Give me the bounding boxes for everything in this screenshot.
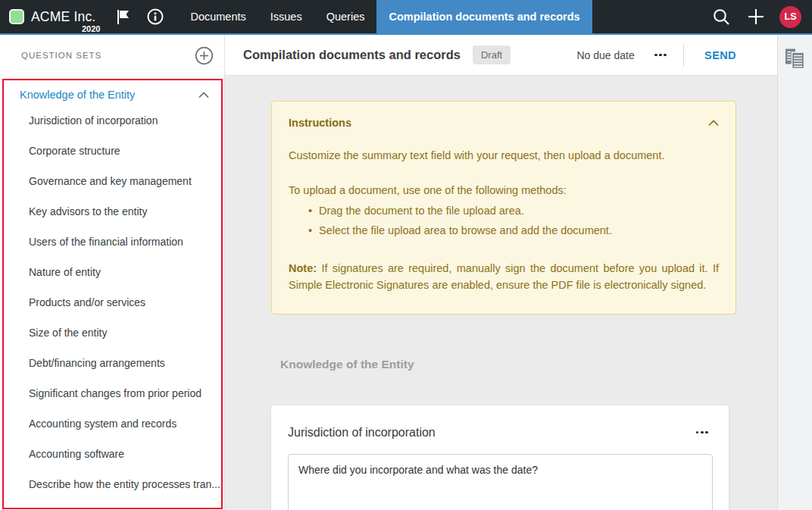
instruction-bullet: Select the file upload area to browse an… bbox=[289, 223, 719, 239]
sidebar-question-item[interactable]: Key advisors to the entity bbox=[4, 196, 221, 227]
note-label: Note: bbox=[289, 262, 317, 274]
sidebar-question-item[interactable]: Jurisdiction of incorporation bbox=[4, 105, 221, 136]
header-divider bbox=[683, 44, 684, 67]
engagement-year: 2020 bbox=[82, 24, 100, 33]
instructions-paragraph: Customize the summary text field with yo… bbox=[289, 148, 719, 164]
instructions-bullet-list: Drag the document to the file upload are… bbox=[289, 203, 719, 240]
entity-name: ACME Inc. bbox=[31, 9, 95, 25]
instructions-title: Instructions bbox=[289, 117, 351, 129]
sidebar-question-item[interactable]: Debt/financing arrangements bbox=[4, 348, 221, 378]
nav-item[interactable]: Queries bbox=[314, 0, 377, 33]
card-overflow-menu-icon[interactable] bbox=[692, 427, 713, 439]
sidebar-question-item[interactable]: Accounting software bbox=[4, 439, 221, 469]
question-card: Jurisdiction of incorporation Where did … bbox=[271, 405, 729, 510]
question-set-group-label: Knowledge of the Entity bbox=[20, 89, 135, 101]
main-panel: Compilation documents and records Draft … bbox=[225, 35, 777, 510]
nav-item[interactable]: Documents bbox=[178, 0, 258, 33]
collapse-instructions-icon[interactable] bbox=[708, 120, 719, 127]
send-button[interactable]: SEND bbox=[704, 49, 736, 61]
sidebar-question-item[interactable]: Corporate structure bbox=[4, 136, 221, 166]
section-heading: Knowledge of the Entity bbox=[280, 358, 777, 371]
documents-panel-icon[interactable] bbox=[785, 48, 805, 70]
top-navbar: ACME Inc. 2020 DocumentsIssuesQueriesCom… bbox=[0, 0, 812, 35]
sidebar-question-item[interactable]: Accounting system and records bbox=[4, 408, 221, 439]
add-icon[interactable] bbox=[739, 7, 773, 27]
question-set-highlight-box: Knowledge of the Entity Jurisdiction of … bbox=[2, 79, 223, 509]
instructions-note: Note: If signatures are required, manual… bbox=[289, 261, 719, 294]
instructions-paragraph: To upload a document, use one of the fol… bbox=[289, 183, 719, 199]
status-badge: Draft bbox=[473, 45, 511, 64]
question-sets-title: QUESTION SETS bbox=[21, 51, 102, 60]
due-date-label[interactable]: No due date bbox=[576, 49, 634, 61]
overflow-menu-icon[interactable] bbox=[650, 49, 671, 61]
sidebar-question-item[interactable]: Describe how the entity processes tran..… bbox=[4, 469, 221, 499]
nav-menu: DocumentsIssuesQueriesCompilation docume… bbox=[178, 0, 592, 33]
sidebar-question-item[interactable]: Nature of entity bbox=[4, 257, 221, 287]
app-window: ACME Inc. 2020 DocumentsIssuesQueriesCom… bbox=[0, 0, 812, 510]
chevron-up-icon[interactable] bbox=[198, 92, 209, 99]
content-area: Instructions Customize the summary text … bbox=[225, 76, 777, 510]
page-title: Compilation documents and records bbox=[243, 48, 461, 62]
note-text: If signatures are required, manually sig… bbox=[289, 262, 719, 291]
instructions-callout: Instructions Customize the summary text … bbox=[271, 101, 736, 314]
entity-brand[interactable]: ACME Inc. 2020 bbox=[0, 0, 108, 33]
question-card-title: Jurisdiction of incorporation bbox=[288, 426, 436, 440]
right-rail bbox=[777, 35, 812, 510]
question-sets-sidebar: QUESTION SETS Knowledge of the Entity Ju… bbox=[0, 35, 225, 510]
question-set-group[interactable]: Knowledge of the Entity bbox=[4, 80, 221, 105]
nav-item[interactable]: Issues bbox=[258, 0, 314, 33]
sidebar-question-item[interactable]: Users of the financial information bbox=[4, 227, 221, 257]
search-icon[interactable] bbox=[704, 8, 739, 27]
flag-icon[interactable] bbox=[108, 0, 139, 33]
add-question-set-icon[interactable] bbox=[195, 46, 214, 65]
user-avatar[interactable]: LS bbox=[779, 6, 801, 28]
sidebar-question-item[interactable]: Governance and key management bbox=[4, 166, 221, 196]
summary-text-field[interactable]: Where did you incorporate and what was t… bbox=[288, 454, 713, 510]
navbar-actions: LS bbox=[704, 0, 812, 33]
sidebar-question-item[interactable]: Significant changes from prior period bbox=[4, 378, 221, 408]
instruction-bullet: Drag the document to the file upload are… bbox=[289, 203, 719, 220]
info-icon[interactable] bbox=[139, 0, 172, 33]
sidebar-question-item[interactable]: Products and/or services bbox=[4, 287, 221, 318]
question-list: Jurisdiction of incorporationCorporate s… bbox=[4, 105, 221, 499]
sidebar-header: QUESTION SETS bbox=[0, 35, 224, 76]
entity-logo-icon bbox=[9, 9, 24, 24]
sidebar-question-item[interactable]: Size of the entity bbox=[4, 318, 221, 348]
nav-item[interactable]: Compilation documents and records bbox=[376, 0, 592, 33]
instructions-body: Customize the summary text field with yo… bbox=[289, 148, 719, 294]
document-header: Compilation documents and records Draft … bbox=[225, 35, 777, 76]
